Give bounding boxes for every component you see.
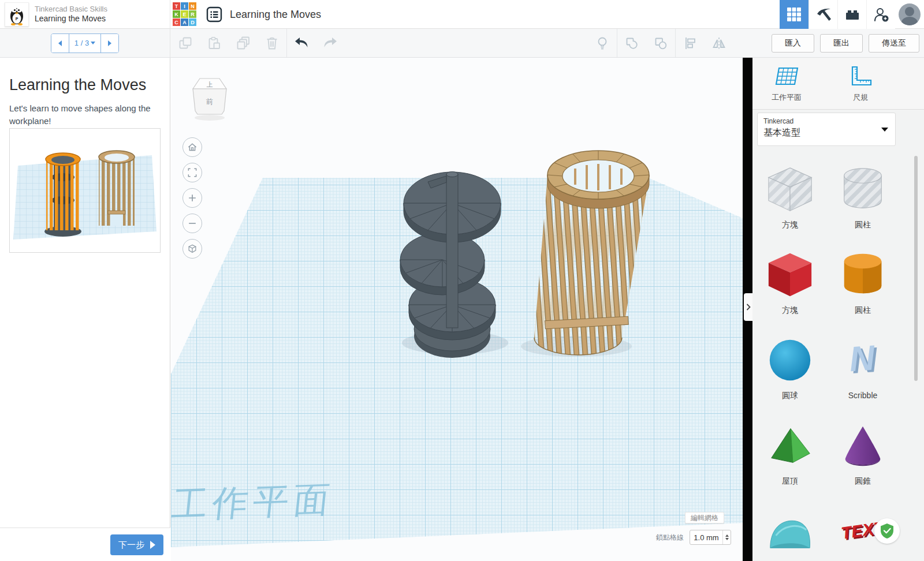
logo-letter: K: [173, 10, 180, 18]
perspective-toggle-button[interactable]: [182, 239, 202, 259]
step-indicator: 1 / 3: [74, 39, 89, 47]
library-brand: Tinkercad: [763, 117, 889, 125]
grid-icon: [787, 7, 802, 22]
align-button[interactable]: [676, 29, 705, 57]
shape-tile-half-cylinder[interactable]: [756, 506, 824, 561]
3d-viewport[interactable]: 工作平面: [171, 58, 743, 561]
penguin-monogram: P: [16, 17, 18, 21]
home-view-button[interactable]: [182, 137, 202, 157]
penguin-icon: P: [6, 3, 27, 25]
minecraft-export-button[interactable]: [808, 0, 837, 29]
perspective-cube-icon: [187, 243, 198, 255]
plus-icon: [187, 192, 198, 204]
shape-gallery: 方塊 圓柱 方塊 圓柱: [756, 164, 900, 561]
edit-grid-label: 編輯網格: [691, 513, 718, 523]
sidebar-scrollbar[interactable]: [914, 156, 918, 381]
fit-view-button[interactable]: [182, 163, 202, 182]
edit-toolbar: 1 / 3: [0, 29, 924, 58]
fit-view-icon: [187, 167, 198, 178]
spinner-up-icon: [725, 534, 729, 537]
copy-button[interactable]: [171, 29, 200, 57]
import-button[interactable]: 匯入: [772, 34, 814, 53]
export-button[interactable]: 匯出: [820, 34, 863, 53]
shape-tile-scribble[interactable]: N N Scribble: [829, 335, 897, 406]
paste-button[interactable]: [200, 29, 229, 57]
undo-icon: [293, 36, 310, 51]
step-indicator-dropdown[interactable]: 1 / 3: [69, 34, 101, 53]
teal-half-cylinder-icon: [763, 506, 817, 557]
duplicate-button[interactable]: [229, 29, 258, 57]
chevron-right-icon: [746, 304, 751, 311]
minus-icon: [187, 218, 198, 229]
shape-label: 方塊: [782, 305, 798, 316]
invite-button[interactable]: [866, 0, 895, 29]
spiral-staircase-model[interactable]: [400, 172, 501, 358]
blocks-view-button[interactable]: [780, 0, 808, 29]
course-header: P Tinkercad Basic Skills Learning the Mo…: [0, 0, 170, 29]
logo-letter: A: [181, 18, 188, 26]
snap-grid-select[interactable]: 1.0 mm: [690, 530, 731, 545]
paste-icon: [207, 36, 222, 51]
shape-tile-sphere[interactable]: 圓球: [756, 335, 824, 406]
zoom-out-button[interactable]: [182, 214, 202, 233]
workplane-tool[interactable]: 工作平面: [752, 65, 821, 103]
workplane-icon: [773, 65, 800, 89]
logo-letter: E: [181, 10, 188, 18]
show-all-button[interactable]: [588, 29, 617, 57]
shape-label: 圓錐: [855, 476, 871, 487]
lesson-list-button[interactable]: [206, 6, 223, 25]
workplane-tool-label: 工作平面: [772, 92, 802, 103]
snap-grid-label: 鎖點格線: [656, 533, 684, 543]
trash-icon: [264, 36, 280, 51]
ungroup-icon: [653, 36, 668, 51]
shape-tile-roof[interactable]: 屋頂: [756, 421, 824, 491]
purple-cone-icon: [836, 421, 889, 472]
send-to-button[interactable]: 傳送至: [869, 34, 919, 53]
slatted-cylinder-model[interactable]: [534, 151, 649, 355]
account-avatar[interactable]: [895, 0, 924, 29]
shape-tile-box-hole[interactable]: 方塊: [756, 164, 824, 235]
snap-spinner[interactable]: [722, 530, 731, 544]
group-button[interactable]: [617, 29, 646, 57]
next-lesson-button[interactable]: 下一步: [110, 534, 163, 555]
green-roof-icon: [763, 421, 817, 472]
brick-export-button[interactable]: [837, 0, 866, 29]
view-cube[interactable]: 上 前: [187, 73, 231, 124]
delete-button[interactable]: [258, 29, 286, 57]
mirror-button[interactable]: [705, 29, 733, 57]
undo-button[interactable]: [287, 29, 316, 57]
logo-letter: I: [181, 2, 188, 10]
ruler-tool-label: 尺規: [853, 92, 868, 103]
shape-tile-box[interactable]: 方塊: [756, 250, 824, 320]
ruler-tool[interactable]: 尺規: [826, 65, 895, 103]
lesson-panel: Learning the Moves Let's learn to move s…: [0, 58, 170, 561]
collapse-sidebar-handle[interactable]: [744, 293, 753, 321]
prev-step-button[interactable]: [51, 34, 69, 53]
svg-text:N: N: [848, 338, 877, 379]
step-pager: 1 / 3: [51, 33, 119, 53]
shape-label: 屋頂: [782, 476, 798, 487]
tinkercad-logo[interactable]: T I N K E R C A D: [173, 2, 196, 26]
top-bar: P Tinkercad Basic Skills Learning the Mo…: [0, 0, 924, 29]
shape-tile-cone[interactable]: 圓錐: [829, 421, 897, 491]
edit-grid-button[interactable]: 編輯網格: [685, 512, 724, 523]
spinner-down-icon: [725, 538, 729, 540]
scribble-icon: N N: [836, 335, 889, 386]
next-step-button[interactable]: [101, 34, 118, 53]
course-name: Tinkercad Basic Skills: [35, 5, 107, 14]
duplicate-icon: [236, 35, 251, 51]
dropdown-caret-icon: [881, 128, 888, 132]
shape-label: Scribble: [848, 391, 878, 400]
protection-badge[interactable]: [874, 518, 900, 544]
view-cube-front-label: 前: [206, 98, 213, 106]
shape-tile-cylinder-hole[interactable]: 圓柱: [829, 164, 897, 235]
mirror-icon: [711, 36, 726, 51]
logo-letter: R: [189, 10, 196, 18]
shape-tile-cylinder[interactable]: 圓柱: [829, 250, 897, 320]
home-icon: [187, 141, 198, 153]
zoom-in-button[interactable]: [182, 188, 202, 208]
shape-library-select[interactable]: Tinkercad 基本造型: [757, 113, 896, 146]
redo-button[interactable]: [316, 29, 345, 57]
ungroup-button[interactable]: [646, 29, 675, 57]
lightbulb-icon: [595, 36, 609, 51]
